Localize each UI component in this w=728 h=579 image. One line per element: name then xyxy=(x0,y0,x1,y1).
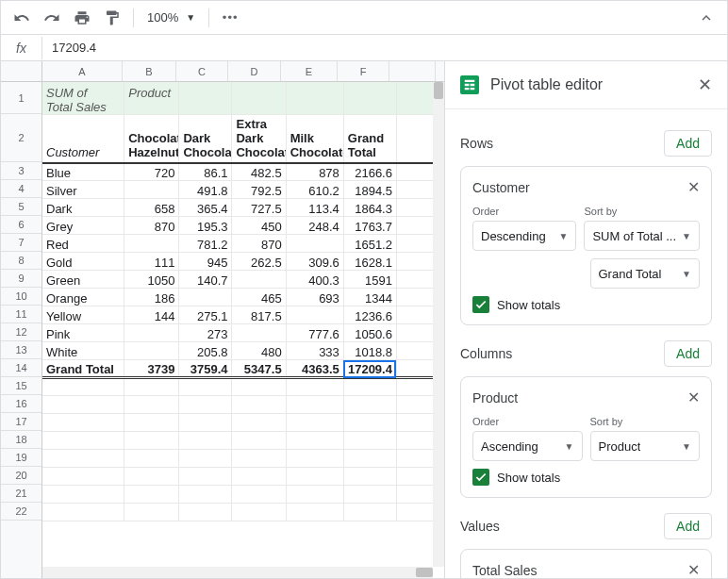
customer-name[interactable]: Red xyxy=(42,235,124,253)
data-cell[interactable]: 658 xyxy=(124,199,179,217)
cell[interactable] xyxy=(124,486,179,504)
customer-name[interactable]: Green xyxy=(42,271,124,289)
pivot-row-field[interactable]: Customer xyxy=(42,115,124,163)
cell[interactable] xyxy=(179,82,232,115)
redo-button[interactable] xyxy=(39,5,65,31)
pivot-col-field[interactable]: Product xyxy=(124,82,179,115)
cell[interactable] xyxy=(343,378,396,396)
formula-input[interactable]: 17209.4 xyxy=(42,41,106,55)
data-cell[interactable]: 140.7 xyxy=(179,271,232,289)
data-cell[interactable]: 945 xyxy=(179,253,232,271)
cell[interactable] xyxy=(124,378,179,396)
cell[interactable] xyxy=(232,396,286,414)
cell[interactable] xyxy=(42,378,124,396)
data-cell[interactable]: 333 xyxy=(286,342,343,360)
cell[interactable] xyxy=(232,486,286,504)
row-total[interactable]: 1018.8 xyxy=(343,342,396,360)
data-cell[interactable] xyxy=(286,235,343,253)
cell[interactable] xyxy=(286,378,343,396)
sortby-dropdown[interactable]: SUM of Total ...▼ xyxy=(584,221,700,251)
remove-icon[interactable]: ✕ xyxy=(687,178,700,196)
row-header[interactable]: 13 xyxy=(1,341,41,359)
cell[interactable] xyxy=(286,450,343,468)
customer-name[interactable]: Yellow xyxy=(42,306,124,324)
cell[interactable] xyxy=(179,450,232,468)
cell[interactable] xyxy=(343,450,396,468)
data-cell[interactable]: 186 xyxy=(124,289,179,306)
data-cell[interactable] xyxy=(179,289,232,306)
customer-name[interactable]: Blue xyxy=(42,163,124,181)
col-total[interactable]: 5347.5 xyxy=(232,360,286,378)
data-cell[interactable]: 792.5 xyxy=(232,181,286,199)
paint-format-button[interactable] xyxy=(99,5,125,31)
data-cell[interactable]: 400.3 xyxy=(286,271,343,289)
cell[interactable] xyxy=(286,396,343,414)
row-header[interactable]: 8 xyxy=(1,252,41,270)
cell[interactable] xyxy=(124,504,179,521)
cell[interactable] xyxy=(343,504,396,521)
data-cell[interactable]: 273 xyxy=(179,324,232,342)
cell[interactable] xyxy=(286,82,343,115)
customer-name[interactable]: Pink xyxy=(42,324,124,342)
col-total[interactable]: 4363.5 xyxy=(286,360,343,378)
customer-name[interactable]: Silver xyxy=(42,181,124,199)
cell[interactable] xyxy=(232,378,286,396)
cell[interactable] xyxy=(124,468,179,486)
row-total[interactable]: 1864.3 xyxy=(343,199,396,217)
column-header[interactable]: A xyxy=(42,61,123,81)
data-cell[interactable]: 817.5 xyxy=(232,306,286,324)
data-cell[interactable] xyxy=(286,306,343,324)
remove-icon[interactable]: ✕ xyxy=(687,389,700,406)
cell[interactable] xyxy=(179,378,232,396)
zoom-dropdown[interactable]: 100%▼ xyxy=(141,10,201,25)
cell[interactable] xyxy=(286,414,343,432)
column-header[interactable]: F xyxy=(338,61,389,81)
data-cell[interactable] xyxy=(124,181,179,199)
cell[interactable] xyxy=(232,450,286,468)
grand-total-label[interactable]: Grand Total xyxy=(42,360,124,378)
cell[interactable] xyxy=(232,414,286,432)
data-cell[interactable]: 309.6 xyxy=(286,253,343,271)
column-header[interactable]: B xyxy=(123,61,176,81)
column-header[interactable]: C xyxy=(176,61,228,81)
grand-total-header[interactable]: GrandTotal xyxy=(343,115,396,163)
customer-name[interactable]: Dark xyxy=(42,199,124,217)
data-cell[interactable]: 870 xyxy=(124,217,179,235)
undo-button[interactable] xyxy=(8,5,35,31)
cell[interactable] xyxy=(42,504,124,521)
product-header[interactable]: ExtraDarkChocolate xyxy=(232,115,286,163)
data-cell[interactable]: 781.2 xyxy=(179,235,232,253)
data-cell[interactable]: 275.1 xyxy=(179,306,232,324)
customer-name[interactable]: Orange xyxy=(42,289,124,306)
data-cell[interactable]: 482.5 xyxy=(232,163,286,181)
cell[interactable] xyxy=(124,396,179,414)
close-icon[interactable]: ✕ xyxy=(698,74,712,95)
cell[interactable] xyxy=(42,450,124,468)
print-button[interactable] xyxy=(69,5,95,31)
row-header[interactable]: 14 xyxy=(1,359,41,377)
product-header[interactable]: ChocolateHazelnut xyxy=(124,115,179,163)
data-cell[interactable]: 205.8 xyxy=(179,342,232,360)
cell[interactable] xyxy=(286,504,343,521)
data-cell[interactable]: 727.5 xyxy=(232,199,286,217)
cell[interactable] xyxy=(179,486,232,504)
cell[interactable] xyxy=(232,504,286,521)
data-cell[interactable] xyxy=(124,324,179,342)
row-header[interactable]: 6 xyxy=(1,216,41,234)
row-header[interactable]: 2 xyxy=(1,114,41,162)
row-header[interactable]: 16 xyxy=(1,395,41,413)
add-values-button[interactable]: Add xyxy=(664,513,712,539)
row-total[interactable]: 1344 xyxy=(343,289,396,306)
cell[interactable] xyxy=(42,432,124,450)
col-total[interactable]: 3739 xyxy=(124,360,179,378)
grand-total-cell[interactable]: 17209.4 xyxy=(343,360,396,378)
data-cell[interactable] xyxy=(124,342,179,360)
cell[interactable] xyxy=(343,468,396,486)
customer-name[interactable]: White xyxy=(42,342,124,360)
row-header[interactable]: 15 xyxy=(1,377,41,395)
row-total[interactable]: 1050.6 xyxy=(343,324,396,342)
cell[interactable] xyxy=(124,450,179,468)
row-total[interactable]: 1894.5 xyxy=(343,181,396,199)
row-header[interactable]: 7 xyxy=(1,234,41,252)
data-cell[interactable]: 610.2 xyxy=(286,181,343,199)
